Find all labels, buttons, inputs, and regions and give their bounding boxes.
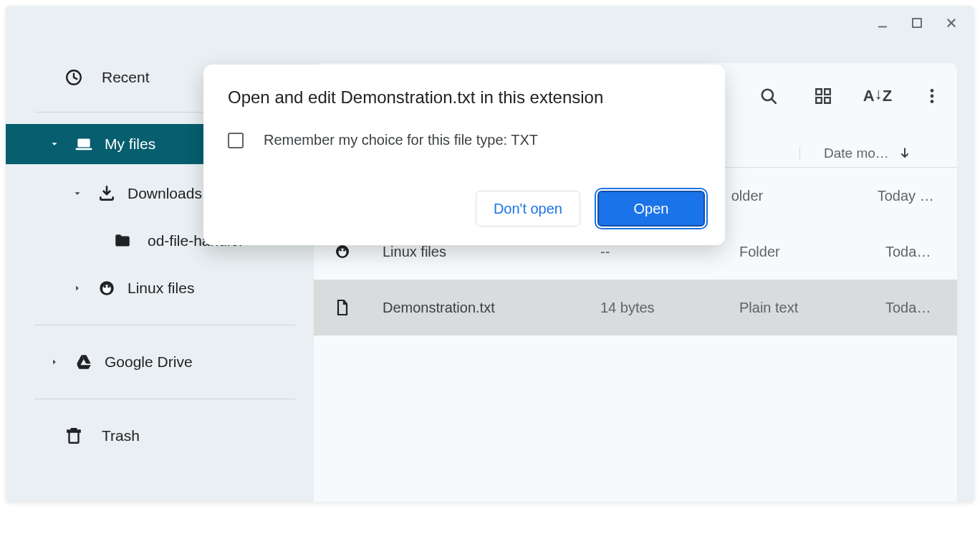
linux-icon: [97, 279, 116, 297]
sidebar-divider: [34, 325, 295, 325]
chevron-right-icon: [46, 353, 63, 371]
file-name: Linux files: [383, 244, 569, 260]
clock-icon: [64, 68, 83, 87]
chevron-right-icon: [69, 280, 86, 297]
file-date: Today 9:11 AM: [878, 188, 937, 204]
file-icon: [334, 299, 351, 316]
svg-point-7: [104, 285, 106, 287]
svg-rect-1: [913, 19, 921, 27]
svg-point-15: [340, 249, 342, 251]
sort-az-icon: A↓Z: [863, 87, 892, 105]
open-button[interactable]: Open: [597, 191, 705, 227]
sidebar-item-label: My files: [105, 135, 155, 153]
dialog-title: Open and edit Demonstration.txt in this …: [228, 87, 701, 108]
svg-rect-3: [77, 138, 90, 147]
sidebar-item-label: Linux files: [128, 280, 194, 297]
svg-rect-0: [878, 27, 887, 28]
download-icon: [97, 184, 116, 203]
more-options-button[interactable]: [921, 85, 943, 107]
window-close-button[interactable]: [944, 16, 959, 30]
sidebar-divider: [34, 399, 295, 399]
sidebar-item-google-drive[interactable]: Google Drive: [6, 338, 314, 386]
google-drive-icon: [75, 353, 93, 371]
remember-choice-label: Remember my choice for this file type: T…: [264, 132, 538, 148]
sidebar-item-linux-files[interactable]: Linux files: [6, 265, 314, 312]
remember-choice-checkbox[interactable]: [228, 133, 244, 148]
chevron-down-icon: [69, 185, 86, 202]
file-size: --: [600, 244, 708, 260]
table-row[interactable]: Demonstration.txt 14 bytes Plain text To…: [314, 280, 957, 335]
sidebar-item-label: Trash: [102, 427, 140, 444]
svg-rect-4: [76, 148, 92, 150]
search-button[interactable]: [758, 85, 779, 107]
open-file-dialog: Open and edit Demonstration.txt in this …: [203, 65, 725, 245]
svg-point-12: [931, 100, 934, 103]
sidebar-item-label: Google Drive: [105, 353, 193, 371]
toolbar: A↓Z: [758, 63, 943, 129]
sort-az-button[interactable]: A↓Z: [867, 85, 888, 107]
trash-icon: [64, 427, 83, 445]
sidebar-item-trash[interactable]: Trash: [6, 412, 314, 460]
folder-icon: [113, 232, 132, 250]
file-type: older: [731, 188, 846, 204]
file-date: Today 7:00 …: [885, 244, 937, 260]
chevron-down-icon: [46, 135, 63, 153]
svg-point-11: [931, 95, 934, 98]
file-date: Today 9:16 …: [885, 300, 937, 316]
laptop-icon: [75, 135, 93, 153]
view-grid-button[interactable]: [812, 85, 834, 107]
window-titlebar: [875, 6, 974, 40]
column-header-date[interactable]: Date mo…: [815, 146, 937, 161]
file-type: Folder: [739, 244, 854, 260]
file-size: 14 bytes: [600, 300, 708, 316]
sidebar-item-label: Downloads: [128, 185, 202, 202]
svg-point-10: [931, 89, 934, 92]
arrow-down-icon: [898, 146, 912, 161]
window-maximize-button[interactable]: [910, 16, 924, 30]
files-window: Recent My files Downloads od-: [6, 6, 974, 502]
file-name: Demonstration.txt: [383, 300, 569, 316]
window-minimize-button[interactable]: [875, 16, 890, 30]
file-type: Plain text: [739, 300, 854, 316]
dialog-buttons: Don't open Open: [476, 191, 705, 227]
remember-choice-row: Remember my choice for this file type: T…: [228, 132, 701, 148]
sidebar-item-label: Recent: [102, 69, 150, 86]
svg-point-8: [107, 285, 110, 287]
dont-open-button[interactable]: Don't open: [476, 191, 580, 227]
linux-icon: [334, 243, 351, 260]
svg-point-16: [343, 249, 345, 251]
